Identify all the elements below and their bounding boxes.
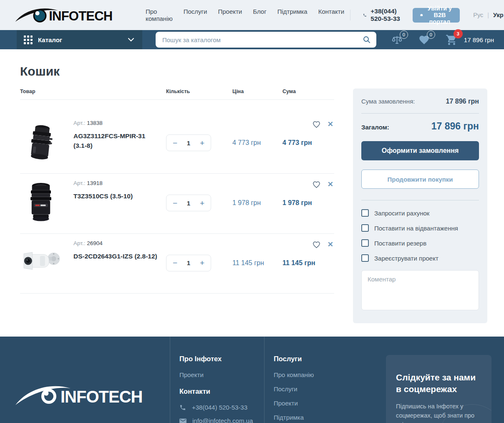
qty-increase-button[interactable]: + bbox=[200, 139, 204, 147]
col-sum: Сума bbox=[282, 89, 334, 94]
checkbox-request-invoice[interactable]: Запросити рахунок bbox=[361, 209, 479, 217]
checkbox-box[interactable] bbox=[361, 254, 369, 262]
search-input[interactable] bbox=[156, 32, 376, 48]
footer-link-about-company[interactable]: Про компанію bbox=[274, 371, 360, 378]
nav-link-blog[interactable]: Блог bbox=[253, 8, 266, 22]
add-to-wishlist-button[interactable] bbox=[312, 180, 321, 189]
add-to-wishlist-button[interactable] bbox=[312, 241, 321, 249]
b2b-button-label: Увійти у B2B портал bbox=[427, 5, 453, 25]
heart-outline-icon bbox=[312, 180, 321, 189]
cart-table: Товар Кількість Ціна Сума bbox=[20, 89, 334, 323]
cart-item-row: Арт.: 13838 AG3Z3112FCS-MPIR-31 (3.1-8) … bbox=[20, 100, 334, 174]
nav-link-contacts[interactable]: Контакти bbox=[318, 8, 344, 22]
lang-rus[interactable]: Рус bbox=[473, 12, 483, 18]
lang-ukr[interactable]: Укр bbox=[493, 12, 504, 18]
footer-heading-about: Про Інфотех bbox=[179, 355, 264, 363]
qty-decrease-button[interactable]: − bbox=[173, 139, 177, 147]
footer-phone-link[interactable]: +38(044) 520-53-33 bbox=[179, 404, 264, 411]
cart-count-badge: 3 bbox=[454, 29, 463, 38]
footer-logo[interactable]: INFOTECH bbox=[15, 337, 170, 423]
divider bbox=[361, 200, 479, 200]
qty-increase-button[interactable]: + bbox=[200, 259, 204, 267]
lens-product-image bbox=[23, 121, 59, 165]
catalog-button-label: Каталог bbox=[38, 36, 62, 43]
checkbox-box[interactable] bbox=[361, 239, 369, 247]
grid-icon bbox=[24, 35, 33, 44]
col-qty: Кількість bbox=[166, 89, 232, 94]
checkbox-register-project[interactable]: Зареєструвати проект bbox=[361, 254, 479, 262]
product-name-link[interactable]: AG3Z3112FCS-MPIR-31 (3.1-8) bbox=[73, 131, 160, 151]
b2b-login-button[interactable]: Увійти у B2B портал bbox=[413, 8, 460, 23]
nav-link-support[interactable]: Підтримка bbox=[277, 8, 307, 22]
remove-item-button[interactable]: ✕ bbox=[328, 240, 333, 249]
catalog-menu-button[interactable]: Каталог bbox=[17, 30, 142, 49]
heart-outline-icon bbox=[312, 120, 321, 129]
qty-decrease-button[interactable]: − bbox=[173, 259, 177, 267]
checkout-button[interactable]: Оформити замовлення bbox=[361, 141, 479, 160]
qty-value: 1 bbox=[187, 200, 190, 207]
item-sum: 11 145 грн bbox=[282, 259, 334, 267]
article-number: Арт.: 13918 bbox=[73, 180, 160, 186]
footer-link-services[interactable]: Послуги bbox=[274, 385, 360, 393]
footer-link-support[interactable]: Підтримка bbox=[274, 414, 360, 421]
footer-email-link[interactable]: info@infotech.com.ua bbox=[179, 417, 264, 423]
footer-link-projects[interactable]: Проекти bbox=[179, 371, 264, 378]
article-number: Арт.: 26904 bbox=[73, 240, 160, 246]
item-price: 4 773 грн bbox=[232, 139, 282, 147]
heart-outline-icon bbox=[312, 241, 321, 249]
infotech-eye-logo: INFOTECH bbox=[15, 5, 120, 25]
main-nav: Про компанію Послуги Проекти Блог Підтри… bbox=[146, 8, 344, 22]
footer-heading-services: Послуги bbox=[274, 355, 360, 363]
checkbox-box[interactable] bbox=[361, 209, 369, 217]
checkbox-set-reserve[interactable]: Поставити резерв bbox=[361, 239, 479, 247]
comment-textarea[interactable] bbox=[361, 270, 479, 310]
language-switcher: Рус | Укр bbox=[473, 12, 503, 18]
col-price: Ціна bbox=[232, 89, 282, 94]
item-price: 1 978 грн bbox=[232, 199, 282, 207]
nav-link-projects[interactable]: Проекти bbox=[218, 8, 242, 22]
qty-increase-button[interactable]: + bbox=[200, 199, 204, 207]
brand-logo[interactable]: INFOTECH bbox=[15, 5, 120, 25]
remove-item-button[interactable]: ✕ bbox=[328, 180, 333, 189]
qty-value: 1 bbox=[187, 259, 190, 266]
product-name-link[interactable]: T3Z3510CS (3.5-10) bbox=[73, 191, 160, 201]
product-image[interactable] bbox=[20, 247, 62, 279]
article-number: Арт.: 13838 bbox=[73, 120, 160, 126]
quantity-stepper: − 1 + bbox=[166, 255, 211, 271]
cart-link[interactable]: 3 17 896 грн bbox=[446, 34, 494, 46]
quantity-stepper: − 1 + bbox=[166, 134, 211, 151]
chevron-down-icon bbox=[128, 38, 134, 42]
nav-link-about[interactable]: Про компанію bbox=[146, 8, 173, 22]
phone-icon bbox=[179, 404, 186, 411]
item-price: 11 145 грн bbox=[232, 259, 282, 267]
search-button[interactable] bbox=[359, 32, 375, 47]
cart-table-header: Товар Кількість Ціна Сума bbox=[20, 89, 334, 100]
product-image[interactable] bbox=[20, 121, 62, 165]
checkbox-set-shipping[interactable]: Поставити на відвантаження bbox=[361, 224, 479, 232]
lens-product-image bbox=[24, 180, 58, 226]
envelope-icon bbox=[179, 418, 186, 423]
lang-separator: | bbox=[487, 12, 489, 18]
compare-link[interactable]: 0 bbox=[391, 34, 403, 46]
brand-text: INFOTECH bbox=[49, 9, 112, 23]
footer-link-projects[interactable]: Проекти bbox=[274, 400, 360, 407]
nav-link-services[interactable]: Послуги bbox=[184, 8, 207, 22]
compare-count-badge: 0 bbox=[400, 30, 408, 39]
header-phone-link[interactable]: +38(044) 520-53-33 bbox=[363, 8, 400, 23]
search-area bbox=[156, 32, 376, 48]
header-phone-number: +38(044) 520-53-33 bbox=[370, 8, 400, 23]
item-sum: 1 978 грн bbox=[282, 199, 334, 207]
checkbox-box[interactable] bbox=[361, 224, 369, 232]
social-heading: Слідкуйте за нами в соцмережах bbox=[396, 372, 481, 395]
total-value: 17 896 грн bbox=[431, 121, 479, 132]
product-image[interactable] bbox=[20, 180, 62, 226]
add-to-wishlist-button[interactable] bbox=[312, 120, 321, 129]
briefcase-icon bbox=[420, 12, 423, 18]
product-name-link[interactable]: DS-2CD2643G1-IZS (2.8-12) bbox=[73, 251, 160, 261]
wishlist-link[interactable]: 0 bbox=[418, 34, 430, 46]
remove-item-button[interactable]: ✕ bbox=[328, 120, 333, 129]
item-sum: 4 773 грн bbox=[282, 139, 334, 147]
continue-shopping-button[interactable]: Продовжити покупки bbox=[361, 170, 479, 189]
wishlist-count-badge: 0 bbox=[427, 30, 435, 39]
qty-decrease-button[interactable]: − bbox=[173, 199, 177, 207]
